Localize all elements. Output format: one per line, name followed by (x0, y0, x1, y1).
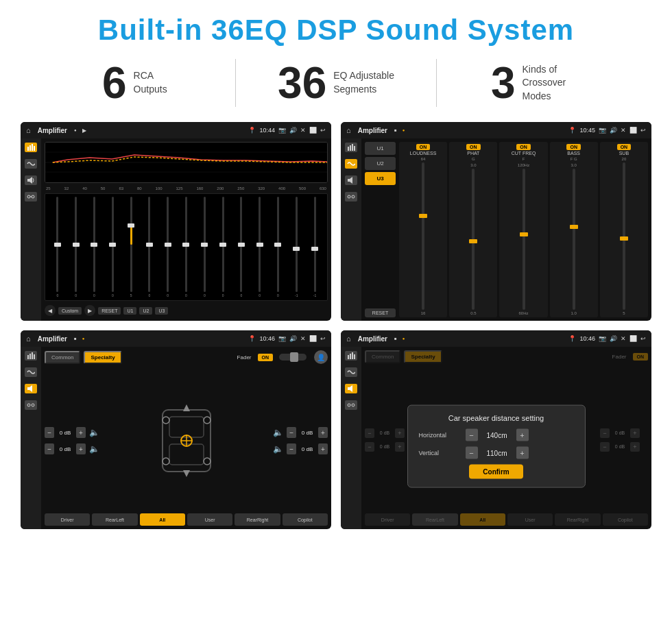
preset-u1[interactable]: U1 (365, 142, 396, 155)
eq-slider-9[interactable]: 0 (215, 197, 231, 297)
fader-sidebar-eq-icon[interactable] (25, 351, 37, 361)
eq-slider-8[interactable]: 0 (196, 197, 213, 297)
svg-rect-17 (348, 179, 350, 182)
btn-rearright[interactable]: RearRight (235, 513, 280, 526)
eq-handle-14[interactable] (311, 247, 318, 251)
eq-sidebar-speaker-icon[interactable] (25, 175, 37, 185)
eq-handle-11[interactable] (256, 243, 263, 247)
fader-slider-visual[interactable] (279, 354, 307, 361)
eq-track-5 (148, 197, 150, 292)
eq-slider-1[interactable]: 0 (68, 197, 84, 297)
btn-user[interactable]: User (187, 513, 232, 526)
fader-dialog-sidebar-speaker-icon[interactable] (345, 384, 357, 393)
horizontal-minus[interactable]: − (466, 429, 478, 441)
eq-slider-10[interactable]: 0 (233, 197, 250, 297)
eq-handle-8[interactable] (201, 243, 208, 247)
preset-u3[interactable]: U3 (365, 172, 396, 185)
crossover-dot2-icon: ● (403, 128, 405, 132)
eq-track-12 (277, 197, 279, 292)
eq-custom-btn[interactable]: Custom (58, 307, 82, 315)
channel-phat-on[interactable]: ON (466, 144, 481, 150)
eq-sidebar-cross-icon[interactable] (25, 192, 37, 202)
confirm-button[interactable]: Confirm (469, 465, 523, 479)
eq-handle-4[interactable] (128, 223, 134, 228)
eq-next-btn[interactable]: ▶ (84, 305, 95, 316)
vertical-minus[interactable]: − (466, 447, 478, 459)
eq-track-14 (314, 197, 316, 292)
crossover-sidebar-wave-icon[interactable] (345, 159, 357, 169)
eq-slider-7[interactable]: 0 (178, 197, 195, 297)
left-bottom-minus[interactable]: − (45, 443, 54, 454)
freq-40: 40 (82, 186, 87, 191)
right-top-minus[interactable]: − (287, 427, 296, 438)
right-top-plus[interactable]: + (318, 427, 328, 438)
eq-slider-0[interactable]: 0 (49, 197, 66, 297)
tab-specialty[interactable]: Specialty (84, 351, 121, 364)
eq-u3-btn[interactable]: U3 (155, 307, 168, 315)
eq-sidebar-eq-icon[interactable] (25, 143, 37, 152)
eq-prev-btn[interactable]: ◀ (45, 305, 56, 316)
volume-icon: 🔊 (289, 127, 297, 134)
eq-handle-9[interactable] (219, 243, 226, 247)
eq-handle-13[interactable] (293, 247, 300, 251)
eq-slider-11[interactable]: 0 (252, 197, 268, 297)
preset-u2[interactable]: U2 (365, 157, 396, 170)
eq-handle-12[interactable] (274, 243, 281, 247)
eq-handle-3[interactable] (109, 243, 116, 247)
crossover-sidebar-cross-icon[interactable] (345, 192, 357, 202)
eq-slider-13[interactable]: -1 (288, 197, 304, 297)
eq-reset-btn[interactable]: RESET (98, 307, 121, 315)
left-bottom-plus[interactable]: + (76, 443, 86, 454)
fader-dialog-sidebar-wave-icon[interactable] (345, 367, 357, 377)
channel-cutfreq-on[interactable]: ON (516, 144, 531, 150)
freq-25: 25 (46, 186, 51, 191)
eq-handle-2[interactable] (91, 243, 97, 247)
channel-bass-on[interactable]: ON (566, 144, 581, 150)
btn-copilot[interactable]: Copilot (283, 513, 328, 526)
eq-slider-5[interactable]: 0 (141, 197, 158, 297)
eq-handle-1[interactable] (73, 243, 80, 247)
left-top-plus[interactable]: + (76, 427, 86, 438)
eq-handle-7[interactable] (182, 243, 189, 247)
btn-all[interactable]: All (140, 513, 185, 526)
eq-slider-14[interactable]: -1 (307, 197, 323, 297)
btn-rearleft[interactable]: RearLeft (92, 513, 137, 526)
loudness-slider[interactable] (422, 162, 424, 310)
eq-handle-0[interactable] (54, 243, 61, 247)
left-top-minus[interactable]: − (45, 427, 54, 438)
horizontal-plus[interactable]: + (516, 429, 529, 441)
fader-on-btn[interactable]: ON (258, 354, 274, 361)
screenshots-grid: ⌂ Amplifier ● ▶ 📍 10:44 📷 🔊 ✕ ⬜ ↩ (21, 122, 651, 529)
eq-handle-5[interactable] (146, 243, 153, 247)
eq-u2-btn[interactable]: U2 (139, 307, 152, 315)
crossover-sidebar-eq-icon[interactable] (345, 143, 357, 152)
eq-handle-6[interactable] (165, 243, 171, 247)
eq-slider-12[interactable]: 0 (270, 197, 287, 297)
eq-slider-6[interactable]: 0 (160, 197, 176, 297)
amp-reset-btn[interactable]: RESET (365, 308, 396, 317)
channel-sub-on[interactable]: ON (617, 144, 632, 150)
eq-sidebar-wave-icon[interactable] (25, 159, 37, 169)
bass-slider[interactable] (573, 169, 575, 310)
right-bottom-minus[interactable]: − (287, 443, 296, 454)
fader-sidebar-speaker-icon[interactable] (25, 384, 37, 393)
channel-loudness-on[interactable]: ON (416, 144, 431, 150)
cutfreq-slider[interactable] (523, 169, 525, 310)
eq-slider-3[interactable]: 0 (104, 197, 121, 297)
fader-sidebar-wave-icon[interactable] (25, 367, 37, 377)
phat-slider[interactable] (472, 169, 475, 310)
fader-dialog-sidebar-eq-icon[interactable] (345, 351, 357, 361)
eq-slider-4[interactable]: 5 (123, 197, 139, 297)
eq-u1-btn[interactable]: U1 (123, 307, 136, 315)
tab-common[interactable]: Common (45, 351, 80, 364)
vertical-plus[interactable]: + (516, 447, 529, 459)
eq-slider-2[interactable]: 0 (86, 197, 103, 297)
fader-sidebar-cross-icon[interactable] (25, 400, 37, 410)
profile-icon[interactable]: 👤 (314, 350, 328, 364)
sub-slider[interactable] (623, 162, 625, 310)
right-bottom-plus[interactable]: + (318, 443, 328, 454)
fader-dialog-sidebar-cross-icon[interactable] (345, 400, 357, 410)
btn-driver[interactable]: Driver (45, 513, 90, 526)
crossover-sidebar-speaker-icon[interactable] (345, 175, 357, 185)
eq-handle-10[interactable] (238, 243, 245, 247)
